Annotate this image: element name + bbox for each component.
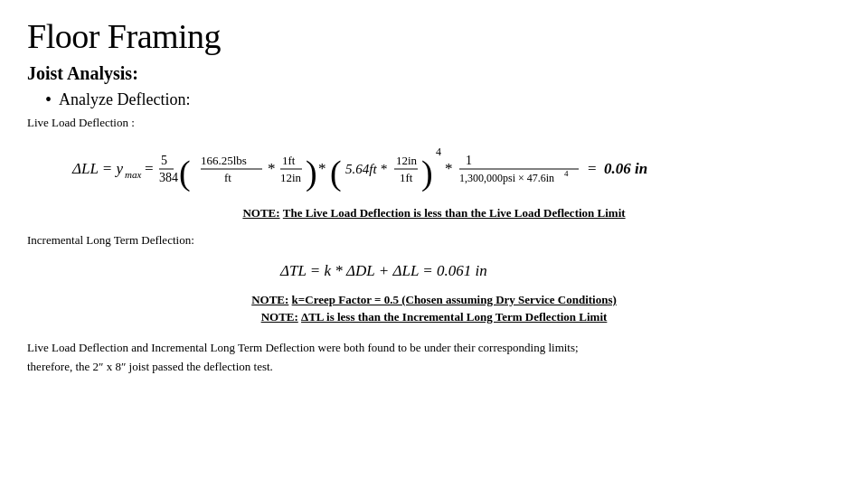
svg-text:5.64ft *: 5.64ft *	[345, 162, 387, 176]
note2: NOTE: k=Creep Factor = 0.5 (Chosen assum…	[27, 293, 841, 307]
svg-text:166.25lbs: 166.25lbs	[201, 154, 247, 167]
note1-underline: NOTE:	[242, 206, 279, 220]
svg-text:*: *	[445, 160, 453, 177]
svg-text:1,300,000psi × 47.6in: 1,300,000psi × 47.6in	[459, 172, 554, 184]
svg-text:12in: 12in	[396, 154, 418, 167]
svg-text:ft: ft	[224, 171, 231, 184]
analyze-deflection-label: Analyze Deflection:	[59, 90, 190, 109]
joist-analysis-heading: Joist Analysis:	[27, 63, 841, 84]
note2-underline: NOTE:	[251, 293, 288, 306]
live-load-formula: ΔLL = y max = 5 384 ( 166.25lbs ft * 1ft…	[27, 139, 841, 202]
svg-text:4: 4	[436, 145, 441, 158]
analyze-deflection-item: Analyze Deflection:	[45, 89, 841, 110]
svg-text:*: *	[318, 160, 326, 177]
incremental-formula: ΔTL = k * ΔDL + ΔLL = 0.061 in	[27, 253, 841, 289]
live-load-label: Live Load Deflection :	[27, 116, 841, 130]
svg-text:4: 4	[564, 169, 569, 178]
svg-text:(: (	[330, 154, 342, 192]
svg-text:0.06 in: 0.06 in	[604, 160, 647, 177]
note3-text: ΔTL is less than the Incremental Long Te…	[301, 310, 607, 324]
svg-text:1ft: 1ft	[282, 154, 296, 167]
svg-text:): )	[421, 154, 433, 192]
svg-text:12in: 12in	[280, 171, 302, 184]
svg-text:1ft: 1ft	[400, 171, 413, 184]
svg-text:*: *	[268, 160, 276, 177]
svg-text:1: 1	[466, 154, 472, 167]
note2-text: k=Creep Factor = 0.5 (Chosen assuming Dr…	[292, 293, 617, 306]
svg-text:=: =	[588, 160, 597, 177]
svg-text:5: 5	[161, 154, 167, 167]
incremental-label: Incremental Long Term Deflection:	[27, 233, 841, 248]
live-load-formula-svg: ΔLL = y max = 5 384 ( 166.25lbs ft * 1ft…	[63, 139, 805, 202]
conclusion-text: Live Load Deflection and Incremental Lon…	[27, 339, 841, 377]
page-title: Floor Framing	[27, 16, 841, 56]
svg-text:384: 384	[159, 171, 178, 184]
note1-text: The Live Load Deflection is less than th…	[283, 206, 626, 220]
incremental-formula-svg: ΔTL = k * ΔDL + ΔLL = 0.061 in	[208, 253, 660, 289]
svg-text:(: (	[179, 154, 191, 192]
svg-text:ΔLL = y: ΔLL = y	[71, 160, 124, 177]
svg-text:ΔTL = k * ΔDL + ΔLL = 0.061 in: ΔTL = k * ΔDL + ΔLL = 0.061 in	[279, 262, 487, 279]
live-load-note: NOTE: The Live Load Deflection is less t…	[27, 206, 841, 221]
svg-text:): )	[306, 154, 317, 192]
note3-underline: NOTE:	[261, 310, 298, 324]
svg-text:max: max	[125, 169, 141, 180]
svg-text:=: =	[145, 160, 154, 177]
note3: NOTE: ΔTL is less than the Incremental L…	[27, 310, 841, 324]
